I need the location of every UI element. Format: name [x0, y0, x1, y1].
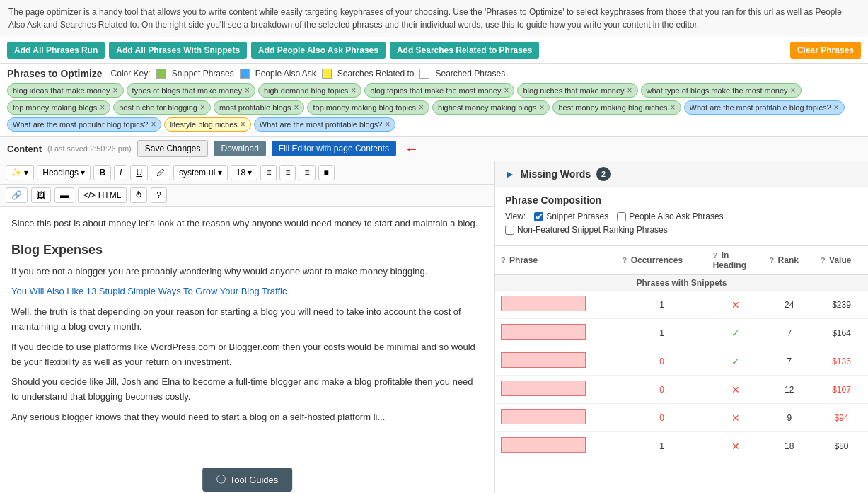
- check-icon: ✓: [731, 327, 740, 339]
- phrase-tag[interactable]: blog niches that make money ×: [517, 83, 637, 98]
- remove-tag-icon[interactable]: ×: [351, 86, 356, 95]
- editor-para6: Any serious blogger knows that they woul…: [11, 410, 483, 425]
- editor-content[interactable]: Since this post is about money let's loo…: [0, 207, 494, 493]
- non-featured-checkbox[interactable]: [505, 226, 514, 235]
- remove-tag-icon[interactable]: ×: [627, 86, 632, 95]
- phrase-tag[interactable]: types of blogs that make money ×: [127, 83, 255, 98]
- rank-cell: 7: [764, 319, 815, 347]
- remove-tag-icon[interactable]: ×: [504, 86, 509, 95]
- phrase-tag[interactable]: highest money making blogs ×: [432, 100, 550, 115]
- add-searches-related-button[interactable]: Add Searches Related to Phrases: [390, 42, 539, 59]
- table-row: 1✕18$80: [495, 432, 868, 460]
- clear-phrases-button[interactable]: Clear Phrases: [790, 42, 861, 59]
- phrase-tag[interactable]: best niche for blogging ×: [113, 100, 211, 115]
- phrase-tag[interactable]: top money making blogs ×: [7, 100, 110, 115]
- tool-guides-button[interactable]: ⓘ Tool Guides: [202, 468, 293, 492]
- th-occurrences: ? Occurrences: [617, 246, 707, 275]
- editor-link-para: You Will Also Like 13 Stupid Simple Ways…: [11, 284, 483, 299]
- remove-tag-icon[interactable]: ×: [834, 103, 839, 112]
- align-button[interactable]: ≡: [299, 165, 315, 180]
- phrase-label: [501, 381, 586, 396]
- occurrences-cell: 0: [617, 404, 707, 432]
- editor-toolbar-row2: 🔗 🖼 ▬ </> HTML ⥁ ?: [0, 185, 494, 207]
- remove-tag-icon[interactable]: ×: [385, 120, 390, 129]
- x-icon: ✕: [731, 384, 740, 395]
- underline-button[interactable]: U: [130, 165, 148, 180]
- snippet-phrases-checkbox[interactable]: [534, 212, 543, 221]
- editor-heading1: Blog Expenses: [11, 240, 483, 260]
- occurrences-cell: 1: [617, 291, 707, 319]
- phrase-tag[interactable]: blog ideas that make money ×: [7, 83, 124, 98]
- top-info-bar: The page optimizer is a handy tool that …: [0, 0, 868, 37]
- phrase-tag[interactable]: What are the most profitable blog topics…: [684, 100, 845, 115]
- remove-tag-icon[interactable]: ×: [113, 86, 118, 95]
- remove-tag-icon[interactable]: ×: [151, 120, 156, 129]
- headings-dropdown[interactable]: Headings ▾: [37, 165, 91, 180]
- rank-cell: 18: [764, 432, 815, 460]
- help-button[interactable]: ?: [151, 187, 167, 203]
- non-featured-checkbox-label[interactable]: Non-Featured Snippet Ranking Phrases: [505, 225, 668, 235]
- remove-tag-icon[interactable]: ×: [245, 86, 250, 95]
- bold-button[interactable]: B: [93, 165, 111, 180]
- remove-tag-icon[interactable]: ×: [419, 103, 424, 112]
- add-all-phrases-snippets-button[interactable]: Add All Phrases With Snippets: [109, 42, 247, 59]
- phrase-tag[interactable]: blog topics that make the most money ×: [364, 83, 514, 98]
- x-icon: ✕: [731, 412, 740, 424]
- color-key-related: Searches Related to: [337, 69, 415, 79]
- editor-para3: Well, the truth is that depending on you…: [11, 305, 483, 335]
- phrase-tag[interactable]: top money making blog topics ×: [307, 100, 429, 115]
- phrase-tag[interactable]: what type of blogs make the most money ×: [641, 83, 802, 98]
- list-ordered-button[interactable]: ≡: [279, 165, 296, 180]
- in-heading-cell: ✕: [707, 432, 764, 460]
- add-all-phrases-run-button[interactable]: Add All Phrases Run: [7, 42, 105, 59]
- table-button[interactable]: ■: [318, 165, 335, 180]
- download-button[interactable]: Download: [214, 141, 265, 156]
- red-arrow-icon: ←: [405, 141, 419, 157]
- editor-link[interactable]: You Will Also Like 13 Stupid Simple Ways…: [11, 286, 287, 296]
- fill-editor-button[interactable]: Fill Editor with page Contents: [272, 141, 396, 156]
- in-heading-cell: ✕: [707, 291, 764, 319]
- paa-phrases-checkbox-label[interactable]: People Also Ask Phrases: [617, 211, 723, 221]
- th-phrase: ? Phrase: [495, 246, 617, 275]
- media-button[interactable]: ▬: [54, 187, 74, 203]
- color-key-paa: People Also Ask: [255, 69, 316, 79]
- missing-words-badge: 2: [596, 167, 611, 181]
- color-box-white: [419, 69, 429, 79]
- remove-tag-icon[interactable]: ×: [294, 103, 299, 112]
- remove-tag-icon[interactable]: ×: [200, 103, 205, 112]
- phrases-header: Phrases to Optimize Color Key: Snippet P…: [7, 68, 861, 79]
- phrase-tag[interactable]: high demand blog topics ×: [258, 83, 361, 98]
- phrase-tag[interactable]: What are the most popular blog topics? ×: [7, 117, 161, 132]
- occurrences-cell: 0: [617, 347, 707, 376]
- html-button[interactable]: </> HTML: [78, 187, 127, 203]
- expand-button[interactable]: ⥁: [130, 187, 147, 203]
- font-dropdown[interactable]: system-ui ▾: [173, 165, 228, 180]
- remove-tag-icon[interactable]: ×: [539, 103, 544, 112]
- remove-tag-icon[interactable]: ×: [241, 120, 245, 129]
- phrase-tag[interactable]: What are the most profitable blogs? ×: [254, 117, 396, 132]
- list-unordered-button[interactable]: ≡: [260, 165, 277, 180]
- remove-tag-icon[interactable]: ×: [100, 103, 105, 112]
- table-row: 1✓7$164: [495, 319, 868, 347]
- paa-phrases-checkbox[interactable]: [617, 212, 626, 221]
- link-button[interactable]: 🔗: [6, 187, 28, 203]
- remove-tag-icon[interactable]: ×: [791, 86, 796, 95]
- phrase-tag[interactable]: most profitable blogs ×: [214, 100, 305, 115]
- format-button[interactable]: 🖊: [151, 165, 170, 180]
- size-dropdown[interactable]: 18 ▾: [231, 165, 258, 180]
- occurrences-cell: 1: [617, 432, 707, 460]
- phrase-tag[interactable]: best money making blog niches ×: [552, 100, 681, 115]
- phrase-label: [501, 296, 586, 311]
- in-heading-cell: ✓: [707, 319, 764, 347]
- add-people-also-ask-button[interactable]: Add People Also Ask Phrases: [251, 42, 386, 59]
- snippet-phrases-checkbox-label[interactable]: Snippet Phrases: [534, 211, 608, 221]
- last-saved: (Last saved 2:50:26 pm): [47, 144, 132, 153]
- image-button[interactable]: 🖼: [31, 187, 51, 203]
- phrase-label: [501, 437, 586, 453]
- save-changes-button[interactable]: Save Changes: [137, 140, 209, 157]
- content-title: Content: [7, 144, 42, 154]
- phrase-tag[interactable]: lifestyle blog niches ×: [164, 117, 250, 132]
- wand-button[interactable]: ✨ ▾: [6, 165, 34, 180]
- italic-button[interactable]: I: [114, 165, 127, 180]
- remove-tag-icon[interactable]: ×: [671, 103, 676, 112]
